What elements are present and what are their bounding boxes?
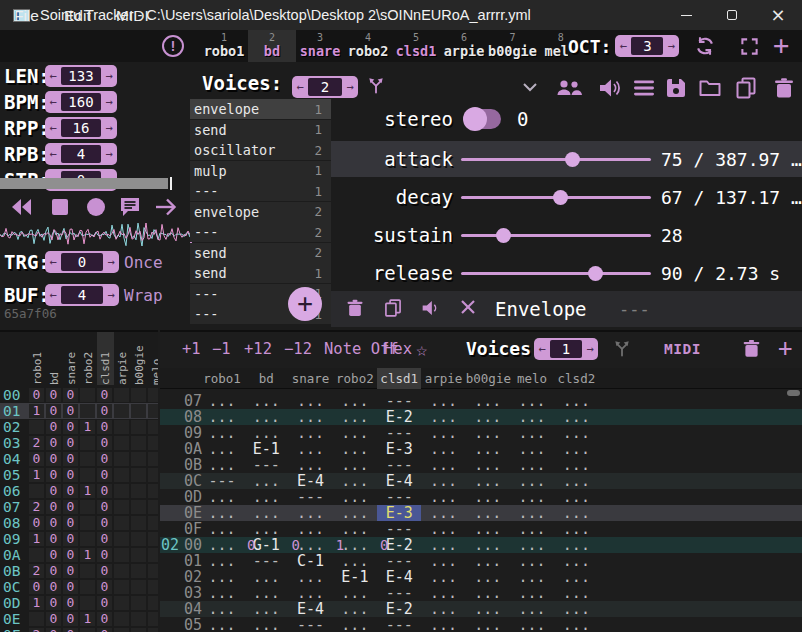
pattern-cell[interactable]: ... [200, 569, 244, 585]
menu-midi[interactable]: MIDI [116, 0, 149, 32]
order-cell[interactable]: 0 [46, 452, 61, 466]
order-cell[interactable] [148, 420, 158, 434]
pattern-cell[interactable]: ... [554, 409, 598, 425]
instrument-tab-b00gie[interactable]: 7b00gie [488, 30, 537, 62]
pattern-cell[interactable]: ... [333, 409, 377, 425]
order-cell[interactable] [114, 596, 129, 610]
unit-row-envelope[interactable]: envelope1 [190, 99, 331, 119]
sync-icon[interactable] [694, 35, 716, 57]
order-cell[interactable]: 1 [80, 484, 95, 498]
order-cell[interactable]: 0 [46, 564, 61, 578]
order-cell[interactable]: 0 [63, 420, 78, 434]
order-cell[interactable]: 0 [63, 388, 78, 402]
order-cell[interactable] [114, 532, 129, 546]
pattern-cell[interactable]: C-1 [289, 553, 333, 569]
order-row-01[interactable]: 011000 [0, 403, 158, 419]
tracker-row-07[interactable]: 07............---............ [160, 393, 802, 409]
order-cell[interactable]: 1 [80, 612, 95, 626]
stepper-decrease-arrow[interactable]: ← [45, 117, 61, 139]
stepper-increase-arrow[interactable]: → [103, 251, 119, 273]
sampling-stepper[interactable]: ←0→ [45, 251, 119, 273]
rewind-button[interactable] [10, 195, 34, 219]
unit-row-send[interactable]: send1 [190, 263, 331, 283]
pattern-cell[interactable]: ... [333, 553, 377, 569]
instrument-tab-snare[interactable]: 3snare [296, 30, 344, 62]
pattern-voices-stepper[interactable]: ←1→ [534, 338, 598, 360]
tracker-column-snare[interactable]: snare [289, 368, 333, 389]
toolbar-button-−1[interactable]: −1 [212, 332, 231, 366]
stepper-increase-arrow[interactable]: → [101, 91, 117, 113]
order-cell[interactable]: 1 [80, 420, 95, 434]
order-cell[interactable]: 0 [63, 436, 78, 450]
pattern-cell[interactable]: ... [466, 441, 510, 457]
order-column-robo1[interactable]: robo1 [29, 332, 46, 385]
param-slider-track[interactable] [461, 158, 651, 161]
pattern-cell[interactable]: ... [333, 489, 377, 505]
add-unit-button[interactable]: + [288, 287, 322, 321]
pattern-cell[interactable]: ... [466, 489, 510, 505]
play-arrow-button[interactable] [154, 195, 178, 219]
stepper-increase-arrow[interactable]: → [101, 117, 117, 139]
pattern-cell[interactable]: ... [200, 521, 244, 537]
order-cell[interactable]: 0 [46, 436, 61, 450]
add-instrument-icon[interactable]: + [773, 31, 789, 59]
order-cell[interactable] [148, 548, 158, 562]
pattern-cell[interactable]: ... [510, 393, 554, 409]
pattern-cell[interactable]: ... [289, 425, 333, 441]
order-cell[interactable]: 0 [46, 580, 61, 594]
order-cell[interactable]: 0 [29, 516, 44, 530]
pattern-cell[interactable]: E-1 [333, 569, 377, 585]
pattern-cell[interactable]: ... [554, 473, 598, 489]
pattern-cell[interactable]: ... [333, 425, 377, 441]
order-row-02[interactable]: 020010 [0, 419, 158, 435]
record-button[interactable] [84, 195, 108, 219]
param-slider-track[interactable] [461, 234, 651, 237]
pattern-cell[interactable]: E-2 [377, 409, 421, 425]
order-cell[interactable]: 0 [46, 628, 61, 632]
stereo-toggle[interactable] [465, 109, 501, 129]
pattern-cell[interactable]: ... [510, 473, 554, 489]
order-cell[interactable]: 0 [97, 436, 112, 450]
order-cell[interactable] [114, 420, 129, 434]
instrument-tab-arpie[interactable]: 6arpie [440, 30, 488, 62]
order-cell[interactable] [148, 436, 158, 450]
pattern-cell[interactable]: ... [554, 457, 598, 473]
order-cell[interactable] [80, 532, 95, 546]
order-cell[interactable] [80, 404, 95, 418]
order-cell[interactable]: 0 [63, 452, 78, 466]
pattern-cell[interactable]: ... [422, 409, 466, 425]
pattern-cell[interactable]: --- [377, 617, 421, 632]
pattern-cell[interactable]: ... [289, 585, 333, 601]
pattern-cell[interactable]: ... [422, 425, 466, 441]
stepper-decrease-arrow[interactable]: ← [45, 251, 61, 273]
order-cell[interactable] [131, 484, 146, 498]
order-cell[interactable] [148, 404, 158, 418]
sampling-stepper[interactable]: ←4→ [45, 284, 119, 306]
pattern-cell[interactable]: ... [289, 569, 333, 585]
pattern-cell[interactable]: ... [200, 457, 244, 473]
instrument-tab-robo1[interactable]: 1robo1 [200, 30, 248, 62]
order-row-05[interactable]: 051000 [0, 467, 158, 483]
order-row-09[interactable]: 091000 [0, 531, 158, 547]
param-slider-handle[interactable] [565, 152, 580, 167]
order-cell[interactable] [131, 388, 146, 402]
pattern-cell[interactable]: ... [554, 617, 598, 632]
unit-row-dashdashdash[interactable]: ---1 [190, 181, 331, 201]
pattern-cell[interactable]: E-4 [289, 473, 333, 489]
order-cell[interactable] [114, 468, 129, 482]
pattern-add-icon[interactable]: + [778, 332, 792, 366]
pattern-cell[interactable]: ... [244, 617, 288, 632]
tracker-column-robo2[interactable]: robo2 [333, 368, 377, 389]
pattern-cell[interactable]: ... [554, 521, 598, 537]
order-cell[interactable] [131, 452, 146, 466]
order-cell[interactable] [114, 404, 129, 418]
order-cell[interactable] [114, 548, 129, 562]
order-cell[interactable]: 0 [63, 580, 78, 594]
order-cell[interactable] [148, 516, 158, 530]
order-cell[interactable]: 0 [97, 500, 112, 514]
tracker-column-b00gie[interactable]: b00gie [466, 368, 510, 389]
pattern-cell[interactable]: ... [510, 457, 554, 473]
pattern-cell[interactable]: --- [244, 553, 288, 569]
order-cell[interactable]: 0 [46, 404, 61, 418]
tracker-row-03[interactable]: 03............---............ [160, 585, 802, 601]
